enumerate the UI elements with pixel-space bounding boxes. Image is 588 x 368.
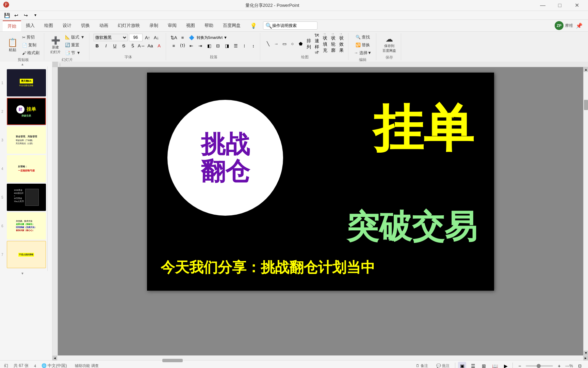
- slide-sorter-btn[interactable]: ⊞: [480, 362, 488, 368]
- underline-btn[interactable]: U: [111, 42, 119, 49]
- accessibility-btn[interactable]: 辅助功能 调查: [72, 363, 101, 368]
- fit-window-btn[interactable]: ⊡: [576, 362, 584, 368]
- slide-thumb-5[interactable]: 1000美金 400倍杠杆 = 10万美金 70w人民币: [7, 184, 46, 211]
- tab-slideshow[interactable]: 幻灯片放映: [113, 20, 145, 31]
- slide-thumb-7[interactable]: 不是止损的策略: [7, 241, 46, 268]
- copy-btn[interactable]: 📄 复制: [20, 42, 41, 49]
- shape-outline-btn[interactable]: 形状轮廓▼: [330, 40, 337, 48]
- zoom-slider[interactable]: [526, 365, 553, 367]
- align-left-btn[interactable]: ◧: [206, 42, 213, 49]
- new-slide-btn[interactable]: ➕ 新建 幻灯片: [48, 35, 63, 56]
- smartart-btn[interactable]: 🔷: [188, 34, 195, 41]
- increase-indent-btn[interactable]: ⇥: [197, 42, 204, 49]
- slide-thumb-3[interactable]: 资金管理、风险管理 等波动率（下单量） 关注高低点（止损）: [7, 126, 46, 154]
- font-size-decrease-btn[interactable]: A↓: [153, 34, 160, 41]
- slide-canvas[interactable]: 挑战 翻仓 挂单 突破交易 今天我们分享：挑战翻仓计划当中: [58, 67, 583, 355]
- slide-content[interactable]: 挑战 翻仓 挂单 突破交易 今天我们分享：挑战翻仓计划当中: [147, 73, 494, 291]
- tab-transition[interactable]: 切换: [76, 20, 95, 31]
- font-size-increase-btn[interactable]: A↑: [144, 34, 151, 41]
- slide-thumb-4[interactable]: 好策略： 一定能控制亏损: [7, 155, 46, 182]
- decrease-indent-btn[interactable]: ⇤: [188, 42, 195, 49]
- align-center-btn[interactable]: ⊟: [214, 42, 222, 49]
- tab-design[interactable]: 设计: [58, 20, 76, 31]
- tab-help[interactable]: 帮助: [200, 20, 218, 31]
- maximize-button[interactable]: □: [552, 0, 568, 11]
- find-btn[interactable]: 🔍 查找: [354, 34, 372, 41]
- paste-btn[interactable]: 📋 粘贴: [5, 37, 20, 53]
- strikethrough-btn[interactable]: S: [120, 42, 128, 49]
- close-button[interactable]: ✕: [569, 0, 585, 11]
- save-to-baidu-btn[interactable]: ☁ 保存到 百度网盘: [380, 34, 398, 54]
- shape-fill-btn[interactable]: 形状填充▼: [322, 40, 329, 48]
- shape-effect-btn[interactable]: 形状效果▼: [338, 40, 345, 48]
- scroll-down-btn[interactable]: ▼: [584, 351, 588, 355]
- slide-panel-down[interactable]: ▼: [0, 271, 45, 276]
- line-spacing-btn[interactable]: ↕: [250, 42, 257, 49]
- redo-btn[interactable]: ↪: [22, 11, 30, 19]
- font-size-input[interactable]: [129, 34, 143, 41]
- shape-more-btn[interactable]: ⬟: [297, 40, 305, 48]
- numbered-list-btn[interactable]: ⑴: [179, 42, 186, 49]
- normal-view-btn[interactable]: ▣: [458, 362, 466, 368]
- quick-styles-btn[interactable]: 快速样式: [313, 40, 321, 48]
- undo-btn[interactable]: ↩: [12, 11, 20, 19]
- font-color-btn[interactable]: A: [156, 42, 163, 49]
- shadow-btn[interactable]: S̈: [129, 42, 136, 49]
- align-text-btn[interactable]: ≡: [179, 34, 186, 41]
- outline-view-btn[interactable]: ☰: [469, 362, 477, 368]
- zoom-in-btn[interactable]: +: [555, 362, 563, 368]
- shape-line-btn[interactable]: ╲: [264, 40, 272, 48]
- replace-btn[interactable]: 🔁 替换: [354, 42, 372, 49]
- scroll-thumb[interactable]: [584, 100, 588, 110]
- slide-thumb-2[interactable]: 挑战 翻仓 挂单 突破交易: [7, 98, 46, 125]
- shape-rect-btn[interactable]: ▭: [281, 40, 288, 48]
- justify-btn[interactable]: ☰: [232, 42, 240, 49]
- align-right-btn[interactable]: ◨: [223, 42, 231, 49]
- select-btn[interactable]: → 选择▼: [353, 49, 373, 57]
- reset-btn[interactable]: 🔄 重置: [63, 42, 86, 49]
- format-painter-btn[interactable]: 🖌 格式刷: [20, 49, 41, 57]
- tab-animation[interactable]: 动画: [95, 20, 113, 31]
- text-direction-btn[interactable]: ⇅A: [170, 34, 178, 41]
- reading-view-btn[interactable]: 📖: [491, 362, 499, 368]
- comments-btn[interactable]: 💬 批注: [434, 363, 452, 368]
- zoom-out-btn[interactable]: −: [516, 362, 524, 368]
- cols-btn[interactable]: ⫶: [241, 42, 248, 49]
- shape-arrow-btn[interactable]: →: [273, 40, 280, 48]
- section-btn[interactable]: 📑 节 ▼: [63, 49, 86, 57]
- change-case-btn[interactable]: Aa: [147, 42, 154, 49]
- tab-review[interactable]: 审阅: [163, 20, 181, 31]
- arrange-btn[interactable]: 排列: [305, 40, 313, 48]
- italic-btn[interactable]: I: [102, 42, 110, 49]
- slide-panel-up[interactable]: ▲: [0, 62, 45, 66]
- layout-btn[interactable]: 📐 版式 ▼: [63, 34, 86, 41]
- h-scroll-thumb[interactable]: [162, 359, 183, 362]
- save-quick-btn[interactable]: 💾: [3, 11, 11, 19]
- scroll-up-btn[interactable]: ▲: [584, 67, 588, 72]
- font-name-select[interactable]: 微软雅黑: [94, 34, 128, 41]
- tab-insert[interactable]: 插入: [21, 20, 39, 31]
- bold-btn[interactable]: B: [94, 42, 101, 49]
- zoom-thumb[interactable]: [537, 364, 541, 368]
- search-input[interactable]: [272, 23, 310, 28]
- qa-dropdown[interactable]: ▼: [31, 11, 39, 19]
- shape-circle-btn[interactable]: ○: [289, 40, 296, 48]
- tab-home[interactable]: 开始: [3, 20, 21, 31]
- tab-lightbulb[interactable]: 💡: [245, 20, 262, 31]
- vertical-scrollbar[interactable]: ▲ ▼: [583, 67, 588, 355]
- tab-draw[interactable]: 绘图: [39, 20, 58, 31]
- horizontal-scrollbar[interactable]: ◄ ►: [52, 355, 588, 360]
- tab-view[interactable]: 视图: [181, 20, 200, 31]
- tab-baidu[interactable]: 百度网盘: [218, 20, 245, 31]
- slideshow-btn[interactable]: ▶: [502, 362, 510, 368]
- slide-thumb-1[interactable]: 黑天鹅EA 半自动量化策略: [7, 69, 46, 96]
- notes-btn[interactable]: 🗒 备注: [413, 363, 431, 368]
- bullet-btn[interactable]: ≡: [170, 42, 178, 49]
- minimize-button[interactable]: —: [535, 0, 551, 11]
- cut-btn[interactable]: ✂ 剪切: [20, 34, 41, 41]
- scroll-left-btn[interactable]: ◄: [52, 356, 57, 361]
- scroll-right-btn[interactable]: ►: [583, 356, 588, 361]
- search-bar[interactable]: 🔍: [263, 21, 317, 30]
- char-spacing-btn[interactable]: A↔: [138, 42, 145, 49]
- slide-thumb-6[interactable]: 外交易、技术方法 趋势动量（策略性） 区间突破（交易方法） 板块共振（核心心）: [7, 212, 46, 240]
